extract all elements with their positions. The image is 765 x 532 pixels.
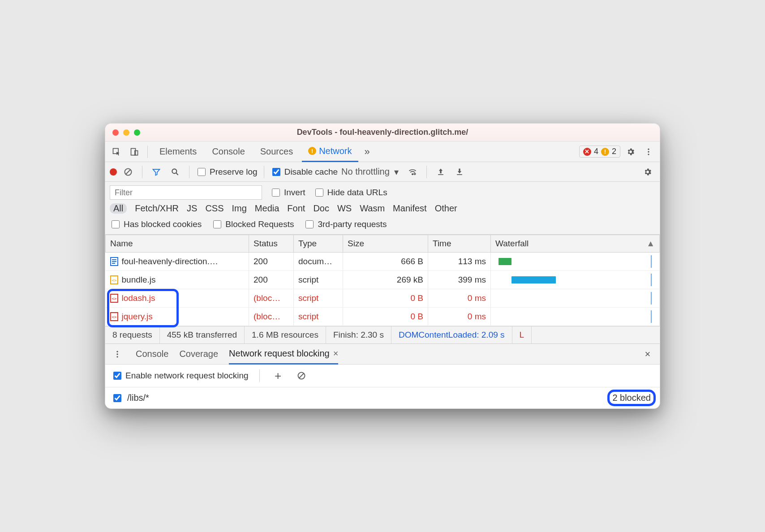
svg-line-28 <box>299 373 304 378</box>
error-icon: ✕ <box>583 148 591 156</box>
tab-sources[interactable]: Sources <box>254 142 299 162</box>
type-other[interactable]: Other <box>435 203 457 214</box>
table-row[interactable]: <>lodash.js(bloc…script0 B0 ms <box>106 289 660 308</box>
blocking-pattern-row[interactable]: /libs/* 2 blocked <box>105 387 660 408</box>
settings-icon[interactable] <box>623 144 638 159</box>
titlebar: DevTools - foul-heavenly-direction.glitc… <box>105 124 660 142</box>
table-row[interactable]: <>jquery.js(bloc…script0 B0 ms <box>106 308 660 326</box>
file-type-icon: <> <box>110 312 118 321</box>
svg-point-4 <box>648 151 649 152</box>
close-drawer-icon[interactable]: × <box>640 347 655 362</box>
network-conditions-icon[interactable] <box>405 164 420 180</box>
tab-console[interactable]: Console <box>206 142 251 162</box>
blocked-count-badge: 2 blocked <box>610 392 653 404</box>
request-size: 0 B <box>343 308 428 326</box>
remove-all-icon[interactable] <box>294 368 309 383</box>
type-font[interactable]: Font <box>287 203 305 214</box>
summary-dcl: DOMContentLoaded: 2.09 s <box>391 326 512 343</box>
drawer-kebab-icon[interactable] <box>110 347 125 362</box>
type-doc[interactable]: Doc <box>313 203 329 214</box>
type-fetchxhr[interactable]: Fetch/XHR <box>135 203 179 214</box>
drawer-tab-label: Network request blocking <box>229 348 330 359</box>
svg-rect-13 <box>457 174 462 175</box>
file-type-icon: <> <box>110 275 118 284</box>
hide-data-urls-checkbox[interactable]: Hide data URLs <box>314 187 387 198</box>
request-type: script <box>294 308 343 326</box>
close-tab-icon[interactable]: × <box>333 348 339 359</box>
type-js[interactable]: JS <box>187 203 197 214</box>
export-har-icon[interactable] <box>452 164 467 180</box>
options-row: Has blocked cookies Blocked Requests 3rd… <box>105 217 660 235</box>
svg-point-5 <box>648 154 649 155</box>
type-ws[interactable]: WS <box>337 203 352 214</box>
more-tabs-icon[interactable]: » <box>361 146 374 158</box>
type-img[interactable]: Img <box>232 203 247 214</box>
col-name[interactable]: Name <box>106 235 249 253</box>
preserve-log-checkbox[interactable]: Preserve log <box>196 167 258 177</box>
kebab-menu-icon[interactable] <box>641 144 656 159</box>
throttling-select[interactable]: No throttling ▾ <box>341 167 401 177</box>
invert-label: Invert <box>284 188 305 197</box>
col-status[interactable]: Status <box>249 235 294 253</box>
device-toolbar-icon[interactable] <box>127 144 142 159</box>
add-pattern-icon[interactable]: + <box>271 368 286 383</box>
file-type-icon <box>110 257 118 266</box>
type-css[interactable]: CSS <box>205 203 223 214</box>
table-row[interactable]: <>bundle.js200script269 kB399 ms <box>106 271 660 289</box>
third-party-checkbox[interactable]: 3rd-party requests <box>304 219 387 230</box>
blocked-requests-label: Blocked Requests <box>225 219 294 229</box>
type-all[interactable]: All <box>110 203 127 214</box>
table-row[interactable]: foul-heavenly-direction.…200docum…666 B1… <box>106 253 660 271</box>
waterfall-cell <box>495 292 655 305</box>
drawer-tab-network-request-blocking[interactable]: Network request blocking × <box>229 344 338 365</box>
disable-cache-checkbox[interactable]: Disable cache <box>271 167 338 177</box>
request-type: docum… <box>294 253 343 271</box>
type-media[interactable]: Media <box>255 203 279 214</box>
clear-icon[interactable] <box>120 164 136 180</box>
request-size: 0 B <box>343 289 428 308</box>
svg-point-25 <box>116 353 118 355</box>
search-icon[interactable] <box>168 164 183 180</box>
filter-icon[interactable] <box>149 164 164 180</box>
svg-text:<>: <> <box>112 278 116 283</box>
filter-input[interactable] <box>110 185 262 200</box>
drawer-tabbar: Console Coverage Network request blockin… <box>105 343 660 364</box>
col-type[interactable]: Type <box>294 235 343 253</box>
window-title: DevTools - foul-heavenly-direction.glitc… <box>105 128 660 137</box>
request-status: (bloc… <box>249 308 294 326</box>
request-status: 200 <box>249 271 294 289</box>
col-waterfall[interactable]: Waterfall▲ <box>491 235 660 253</box>
request-name: jquery.js <box>122 312 153 322</box>
type-manifest[interactable]: Manifest <box>393 203 427 214</box>
tab-elements[interactable]: Elements <box>153 142 203 162</box>
enable-blocking-checkbox[interactable]: Enable network request blocking <box>112 370 249 381</box>
table-header-row: Name Status Type Size Time Waterfall▲ <box>106 235 660 253</box>
import-har-icon[interactable] <box>433 164 448 180</box>
svg-text:<>: <> <box>112 315 116 319</box>
record-button[interactable] <box>110 168 117 176</box>
main-tabbar: Elements Console Sources ! Network » ✕ 4… <box>105 142 660 162</box>
network-table: Name Status Type Size Time Waterfall▲ fo… <box>105 235 660 326</box>
svg-point-26 <box>116 356 118 357</box>
drawer-tab-console[interactable]: Console <box>136 344 168 365</box>
network-settings-icon[interactable] <box>640 164 655 180</box>
blocked-cookies-checkbox[interactable]: Has blocked cookies <box>110 219 202 230</box>
col-time[interactable]: Time <box>428 235 491 253</box>
drawer-tab-coverage[interactable]: Coverage <box>179 344 218 365</box>
svg-line-9 <box>176 173 178 175</box>
waterfall-cell <box>495 255 655 268</box>
inspect-element-icon[interactable] <box>109 144 124 159</box>
request-time: 0 ms <box>428 308 491 326</box>
svg-point-10 <box>412 173 413 175</box>
waterfall-cell <box>495 310 655 323</box>
pattern-checkbox[interactable] <box>113 394 121 402</box>
type-wasm[interactable]: Wasm <box>360 203 385 214</box>
tab-network[interactable]: ! Network <box>302 142 358 162</box>
summary-finish: Finish: 2.30 s <box>326 326 391 343</box>
blocked-requests-checkbox[interactable]: Blocked Requests <box>211 219 294 230</box>
request-name: lodash.js <box>122 293 155 303</box>
invert-checkbox[interactable]: Invert <box>270 187 305 198</box>
svg-rect-12 <box>438 174 443 175</box>
issue-badges[interactable]: ✕ 4 ! 2 <box>579 146 620 158</box>
col-size[interactable]: Size <box>343 235 428 253</box>
